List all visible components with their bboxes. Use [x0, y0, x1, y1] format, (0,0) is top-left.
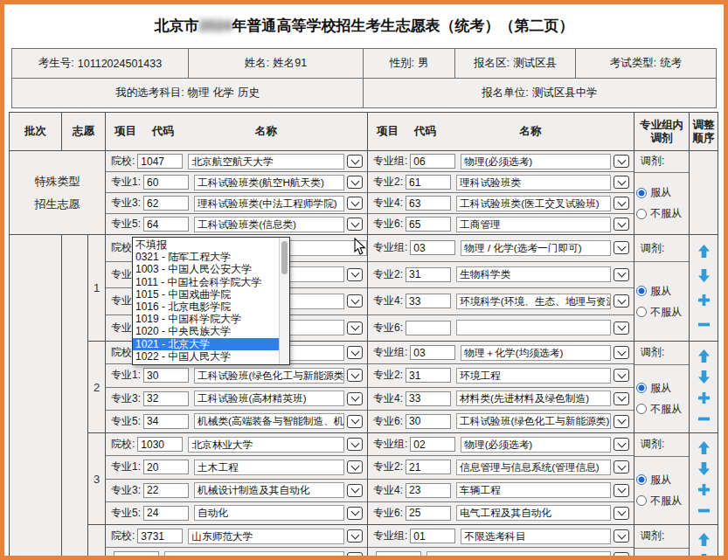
dropdown-button[interactable] — [614, 197, 629, 210]
name-field[interactable]: 生物科学类 — [456, 266, 611, 282]
name-field[interactable]: 车辆工程 — [456, 482, 611, 498]
dropdown-button[interactable] — [614, 346, 629, 359]
code-input[interactable] — [143, 217, 189, 232]
dropdown-button[interactable] — [347, 218, 363, 231]
name-field[interactable]: 工商管理 — [456, 217, 611, 232]
code-input[interactable] — [406, 391, 451, 406]
name-field[interactable]: 环境工程 — [456, 368, 611, 384]
dropdown-button[interactable] — [347, 346, 363, 359]
dropdown-button[interactable] — [614, 218, 629, 231]
name-field[interactable]: 工科试验班类(信息类) — [194, 217, 344, 232]
code-input[interactable] — [406, 294, 451, 308]
dropdown-option[interactable]: 1020 - 中央民族大学 — [133, 325, 279, 337]
add-button[interactable] — [697, 294, 711, 307]
dropdown-button[interactable] — [347, 507, 363, 520]
dropdown-button[interactable] — [614, 241, 629, 254]
dropdown-button[interactable] — [347, 294, 363, 308]
radio-not-obey-row[interactable]: 不服从 — [636, 206, 689, 221]
code-input[interactable] — [114, 551, 159, 560]
move-up-button[interactable] — [697, 349, 711, 363]
dropdown-button[interactable] — [614, 321, 629, 335]
dropdown-option[interactable]: 1019 - 中国科学院大学 — [133, 313, 279, 325]
add-button[interactable] — [697, 483, 711, 496]
name-field[interactable]: 北京林业大学 — [188, 437, 344, 453]
name-field[interactable]: 工科试验班类(航空H航天类) — [194, 175, 344, 190]
name-field[interactable]: 工科试验班(绿色化工与新能源类) — [194, 368, 344, 384]
dropdown-option[interactable]: 不填报 — [133, 239, 279, 251]
remove-button[interactable] — [697, 318, 711, 331]
radio-not-obey-row[interactable]: 不服从 — [636, 402, 689, 417]
dropdown-button[interactable] — [347, 176, 363, 189]
code-input[interactable] — [406, 267, 451, 282]
code-input[interactable] — [406, 217, 451, 232]
name-field[interactable]: 物理(必须选考) — [461, 437, 611, 453]
move-down-button[interactable] — [697, 554, 711, 560]
move-down-button[interactable] — [697, 462, 711, 475]
radio-not-obey[interactable] — [636, 209, 647, 219]
name-field[interactable]: 不限选考科目 — [461, 529, 611, 544]
dropdown-button[interactable] — [614, 529, 629, 543]
name-field[interactable]: 工科试验班(绿色化工与新能源类) — [456, 413, 611, 429]
name-field[interactable]: 材料类(先进材料及绿色制造) — [456, 391, 611, 406]
dropdown-button[interactable] — [614, 392, 629, 405]
move-up-button[interactable] — [697, 533, 711, 546]
dropdown-button[interactable] — [347, 392, 363, 405]
dropdown-option-list[interactable]: 不填报 0321 - 陆军工程大学 1003 - 中国人民公安大学 1011 -… — [133, 238, 279, 364]
radio-obey[interactable] — [636, 474, 647, 485]
dropdown-option-selected[interactable]: 1021 - 北京大学 — [133, 338, 279, 350]
name-field[interactable]: 电气工程及其自动化 — [456, 505, 611, 521]
dropdown-button[interactable] — [614, 415, 629, 428]
code-input[interactable] — [406, 483, 451, 498]
name-field[interactable] — [164, 551, 344, 560]
radio-not-obey[interactable] — [636, 307, 647, 317]
code-input[interactable] — [410, 154, 455, 169]
dropdown-button[interactable] — [347, 268, 363, 281]
dropdown-button[interactable] — [347, 484, 363, 497]
name-field[interactable]: 理科试验班类 — [456, 175, 611, 190]
code-input[interactable] — [410, 240, 455, 255]
dropdown-button[interactable] — [347, 197, 363, 210]
name-field[interactable] — [426, 551, 611, 560]
code-input[interactable] — [143, 368, 189, 383]
code-input[interactable] — [406, 414, 451, 429]
dropdown-option[interactable]: 1016 - 北京电影学院 — [133, 301, 279, 313]
radio-obey[interactable] — [636, 286, 647, 296]
move-down-button[interactable] — [697, 269, 711, 282]
name-field[interactable]: 物理(必须选考) — [461, 154, 611, 169]
radio-not-obey[interactable] — [636, 404, 647, 414]
name-field[interactable]: 物理 / 化学(选考一门即可) — [461, 240, 611, 256]
radio-obey[interactable] — [636, 188, 647, 198]
dropdown-button[interactable] — [614, 484, 629, 497]
dropdown-option[interactable]: 1011 - 中国社会科学院大学 — [133, 276, 279, 288]
name-field[interactable]: 信息管理与信息系统(管理信息) — [456, 460, 611, 475]
code-input[interactable] — [143, 196, 189, 211]
dropdown-button[interactable] — [614, 507, 629, 520]
name-field[interactable]: 工科试验班类(医工交叉试验班) — [456, 196, 611, 211]
radio-obey-row[interactable]: 服从 — [636, 284, 689, 299]
code-input[interactable] — [143, 391, 189, 406]
code-input[interactable] — [410, 437, 455, 452]
name-field[interactable] — [456, 320, 611, 335]
remove-button[interactable] — [697, 504, 711, 517]
code-input[interactable] — [406, 196, 451, 211]
dropdown-button[interactable] — [347, 321, 363, 335]
code-input[interactable] — [376, 551, 421, 560]
radio-obey-row[interactable]: 服从 — [636, 381, 689, 396]
dropdown-button[interactable] — [347, 415, 363, 428]
name-field[interactable]: 物理＋化学(均须选考) — [461, 345, 611, 361]
dropdown-option[interactable]: 1003 - 中国人民公安大学 — [133, 263, 279, 275]
dropdown-button[interactable] — [347, 552, 363, 560]
name-field[interactable]: 工科试验班(高材精英班) — [194, 391, 344, 406]
dropdown-option[interactable]: 1015 - 中国戏曲学院 — [133, 288, 279, 301]
code-input[interactable] — [406, 368, 451, 383]
name-field[interactable]: 自动化 — [194, 505, 344, 521]
code-input[interactable] — [406, 175, 451, 190]
radio-not-obey-row[interactable]: 不服从 — [636, 305, 689, 320]
remove-button[interactable] — [697, 412, 711, 425]
dropdown-button[interactable] — [614, 438, 629, 451]
dropdown-button[interactable] — [614, 176, 629, 189]
dropdown-button[interactable] — [614, 552, 629, 560]
move-up-button[interactable] — [697, 441, 711, 454]
move-down-button[interactable] — [697, 370, 711, 384]
dropdown-button[interactable] — [614, 460, 629, 474]
